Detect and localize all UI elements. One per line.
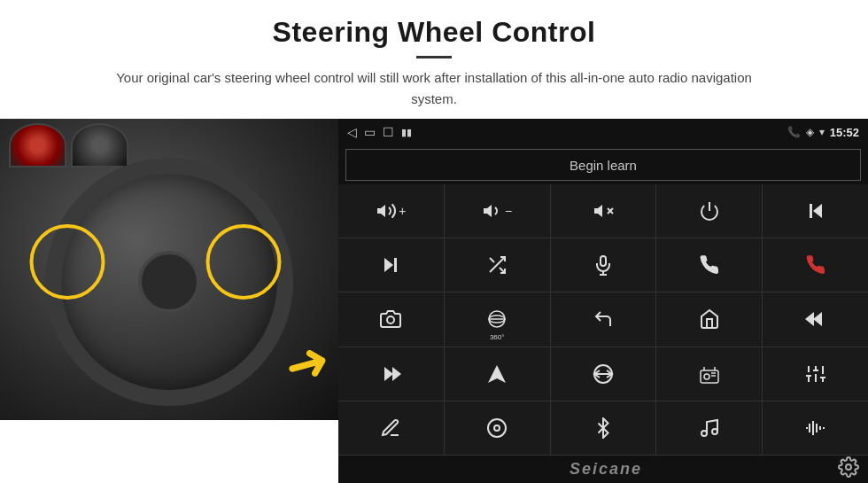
vol-up-button[interactable]: + [338,184,444,238]
svg-marker-23 [392,367,401,381]
prev-track-button[interactable] [763,184,868,238]
svg-marker-21 [805,312,814,326]
svg-point-40 [488,419,506,437]
back-button[interactable] [551,292,656,346]
gauge-right [71,123,128,167]
switch-button[interactable] [551,347,656,401]
subtitle-text: Your original car's steering wheel contr… [102,67,766,110]
view360-button[interactable]: 360° [445,292,550,346]
home-button[interactable] [656,292,762,346]
equalizer-button[interactable] [763,347,868,401]
svg-point-41 [494,425,500,431]
steering-wheel-image: ➜ [0,119,338,420]
phone-button[interactable] [656,238,762,292]
android-screen: ◁ ▭ ☐ ▮▮ 📞 ◈ ▾ 15:52 Begin learn [338,119,868,483]
bluetooth-button[interactable] [551,401,656,455]
svg-rect-9 [394,258,397,272]
gauge-left [9,123,66,167]
controls-grid: + − [338,184,868,455]
svg-rect-7 [810,204,812,218]
svg-line-12 [490,258,494,262]
header-section: Steering Wheel Control Your original car… [0,0,868,119]
svg-marker-20 [813,312,822,326]
status-right: 📞 ◈ ▾ 15:52 [787,126,859,139]
yellow-arrow: ➜ [278,327,337,399]
begin-learn-bar[interactable]: Begin learn [345,149,861,181]
radio-button[interactable] [656,347,762,401]
svg-marker-24 [488,365,506,383]
location-status-icon: ◈ [806,126,814,138]
svg-point-16 [387,316,394,323]
wave-button[interactable] [763,401,868,455]
phone-status-icon: 📞 [787,126,801,138]
signal-icon: ▮▮ [401,127,412,138]
vol-down-button[interactable]: − [445,184,550,238]
svg-point-50 [846,464,851,470]
svg-marker-6 [813,204,822,218]
svg-rect-13 [601,256,606,266]
vol-mute-button[interactable] [551,184,656,238]
camera-button[interactable] [338,292,444,346]
brand-name: Seicane [374,460,838,479]
edit-button[interactable] [338,401,444,455]
hang-up-button[interactable] [763,238,868,292]
fast-forward-button[interactable] [338,347,444,401]
svg-marker-22 [384,367,393,381]
steering-wheel-center [138,251,200,313]
music-button[interactable] [656,401,762,455]
page-title: Steering Wheel Control [53,16,815,49]
steering-bg: ➜ [0,119,338,420]
mic-button[interactable] [551,238,656,292]
time-display: 15:52 [830,126,859,139]
settings-gear-icon[interactable] [838,456,859,483]
shuffle-button[interactable] [445,238,550,292]
begin-learn-label: Begin learn [570,158,637,173]
settings-circle-button[interactable] [445,401,550,455]
bottom-bar: Seicane [338,455,868,483]
navigate-button[interactable] [445,347,550,401]
skip-back-button[interactable] [763,292,868,346]
svg-marker-8 [384,258,393,272]
svg-marker-0 [377,205,385,217]
power-button[interactable] [656,184,762,238]
svg-marker-1 [484,205,492,217]
status-bar: ◁ ▭ ☐ ▮▮ 📞 ◈ ▾ 15:52 [338,119,868,145]
svg-marker-2 [594,205,602,217]
home-nav-icon[interactable]: ▭ [364,125,376,139]
svg-point-28 [704,374,709,379]
svg-point-42 [701,431,707,436]
wifi-status-icon: ▾ [819,126,825,138]
svg-point-43 [712,429,717,434]
highlight-circle-left [30,224,105,300]
dashboard-gauges [9,123,128,167]
status-left: ◁ ▭ ☐ ▮▮ [347,125,412,139]
recent-nav-icon[interactable]: ☐ [383,125,394,139]
page-wrapper: Steering Wheel Control Your original car… [0,0,868,483]
content-area: ➜ ◁ ▭ ☐ ▮▮ 📞 ◈ ▾ 15:52 [0,119,868,483]
title-divider [416,56,452,58]
highlight-circle-right [206,224,282,300]
next-track-button[interactable] [338,238,444,292]
back-nav-icon[interactable]: ◁ [347,125,357,139]
